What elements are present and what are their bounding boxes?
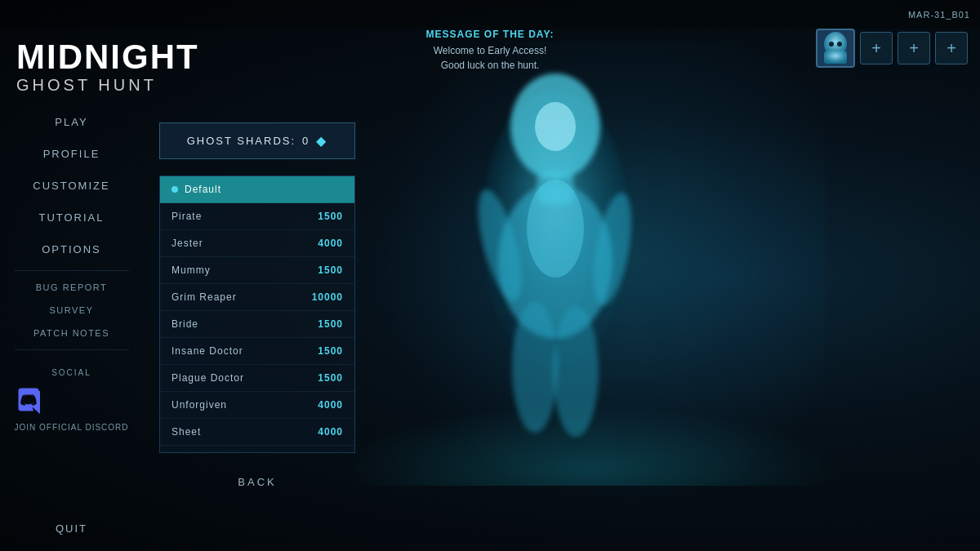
logo-title: MIDNIGHT (16, 40, 196, 74)
top-bar: MAR-31_B01 (0, 0, 980, 29)
skin-list-item[interactable]: Unforgiven4000 (160, 392, 354, 419)
skin-list-item[interactable]: Bride1500 (160, 311, 354, 338)
discord-button[interactable]: JOIN OFFICIAL DISCORD (14, 384, 128, 432)
skin-cost-label: 4000 (318, 426, 343, 438)
skin-name-label: Grim Reaper (172, 291, 237, 303)
nav-survey[interactable]: SURVEY (0, 299, 143, 322)
skin-cost-label: 4000 (318, 238, 343, 249)
nav-tutorial[interactable]: TUTORIAL (0, 202, 143, 233)
svg-point-12 (829, 42, 834, 47)
skin-cost-label: 1500 (318, 345, 343, 357)
nav-profile[interactable]: PROFILE (0, 138, 143, 170)
motd-title: MESSAGE OF THE DAY: (425, 29, 554, 40)
skin-name-label: Insane Doctor (172, 345, 243, 357)
quit-button[interactable]: QUIT (0, 522, 143, 535)
social-label: SOCIAL (51, 368, 91, 377)
back-button[interactable]: BACK (221, 469, 292, 495)
skin-list-item[interactable]: Mummy1500 (160, 257, 354, 284)
skin-name-label: Jester (172, 238, 203, 249)
skin-name-label: Unforgiven (172, 399, 227, 411)
main-content: GHOST SHARDS: 0 ◆ DefaultPirate1500Jeste… (143, 106, 372, 551)
discord-label: JOIN OFFICIAL DISCORD (14, 423, 128, 432)
skin-list-item[interactable]: Insane Doctor1500 (160, 338, 354, 365)
nav-options[interactable]: OPTIONS (0, 233, 143, 265)
version-label: MAR-31_B01 (908, 10, 970, 20)
motd-line1: Welcome to Early Access! (425, 43, 554, 58)
nav-separator-2 (15, 349, 129, 350)
svg-point-13 (837, 42, 842, 47)
shard-diamond-icon: ◆ (316, 133, 327, 149)
skin-name-label: Pirate (172, 211, 202, 222)
skin-name-label: Default (172, 184, 221, 195)
skin-name-label: Mummy (172, 264, 211, 276)
svg-rect-11 (824, 51, 847, 64)
skin-cost-label: 1500 (318, 211, 343, 222)
motd-line2: Good luck on the hunt. (425, 58, 554, 73)
skin-cost-label: 1500 (318, 372, 343, 384)
skin-list[interactable]: DefaultPirate1500Jester4000Mummy1500Grim… (159, 176, 355, 453)
skin-name-label: Plague Doctor (172, 372, 244, 384)
skin-list-item[interactable]: Jester4000 (160, 230, 354, 257)
skin-list-item[interactable]: Plague Doctor1500 (160, 365, 354, 392)
slot-add-1[interactable]: + (860, 32, 893, 64)
avatar-slot[interactable] (816, 29, 855, 68)
ghost-shards-label: GHOST SHARDS: 0 ◆ (176, 133, 338, 149)
skin-cost-label: 1500 (318, 264, 343, 276)
nav-separator-1 (15, 270, 129, 271)
skin-list-item[interactable]: Default (160, 176, 354, 203)
ghost-shards-box: GHOST SHARDS: 0 ◆ (159, 122, 355, 159)
nav-bug-report[interactable]: BUG REPORT (0, 276, 143, 299)
skin-cost-label: 1500 (318, 318, 343, 330)
ghost-shards-text: GHOST SHARDS: (187, 135, 296, 147)
skin-list-item[interactable]: Sheet4000 (160, 419, 354, 446)
nav-customize[interactable]: CUSTOMIZE (0, 170, 143, 202)
logo: MIDNIGHT GHOST HUNT (16, 40, 196, 95)
selected-dot-icon (172, 186, 178, 193)
skin-list-item[interactable]: Grim Reaper10000 (160, 284, 354, 311)
sidebar: PLAY PROFILE CUSTOMIZE TUTORIAL OPTIONS … (0, 106, 143, 551)
ghost-shards-count: 0 (302, 135, 310, 147)
logo-subtitle: GHOST HUNT (16, 76, 196, 95)
motd: MESSAGE OF THE DAY: Welcome to Early Acc… (425, 29, 554, 73)
nav-play[interactable]: PLAY (0, 106, 143, 138)
top-right-slots: + + + (816, 29, 968, 68)
skin-name-label: Sheet (172, 426, 201, 438)
skin-list-item[interactable]: Pirate1500 (160, 203, 354, 230)
skin-cost-label: 4000 (318, 399, 343, 411)
skin-name-label: Bride (172, 318, 198, 330)
slot-add-3[interactable]: + (935, 32, 968, 64)
skin-list-item[interactable]: Witch1500 (160, 446, 354, 453)
slot-add-2[interactable]: + (898, 32, 930, 64)
nav-patch-notes[interactable]: PATCH NOTES (0, 322, 143, 344)
skin-cost-label: 10000 (312, 291, 343, 303)
